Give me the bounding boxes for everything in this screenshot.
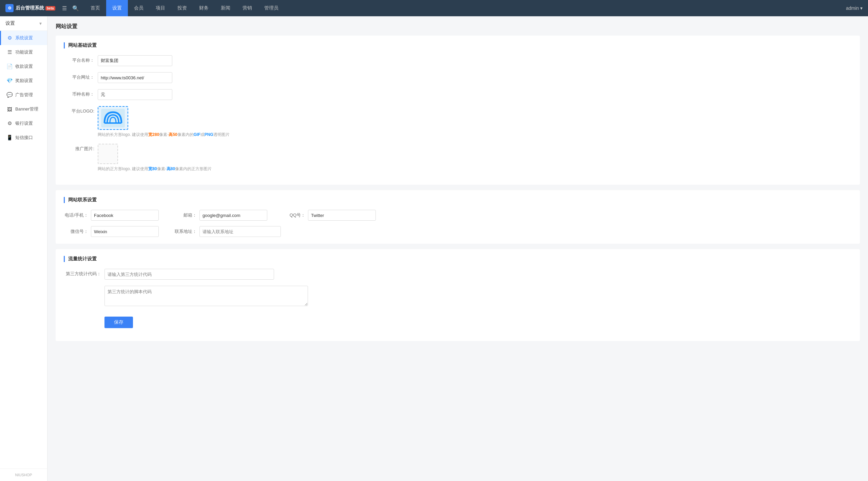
platform-url-row: 平台网址： (64, 72, 852, 83)
brand-logo: ⚙ 后台管理系统 beta (5, 4, 55, 12)
promo-image-field: 网站的正方形logo. 建议使用宽80像素-高80像素内的正方形图片 (98, 144, 212, 172)
sidebar-item-system-settings[interactable]: ⚙ 系统设置 (0, 31, 47, 45)
logo-preview (99, 108, 127, 128)
platform-logo-row: 平台LOGO: (64, 106, 852, 138)
banner-icon: 🖼 (6, 106, 13, 112)
promo-image-row: 推广图片: 网站的正方形logo. 建议使用宽80像素-高80像素内的正方形图片 (64, 144, 852, 172)
sidebar-label-bank: 银行设置 (15, 120, 33, 126)
sidebar-item-banner-management[interactable]: 🖼 Banner管理 (0, 102, 47, 116)
script-code-textarea[interactable] (104, 286, 308, 306)
platform-name-input[interactable] (98, 55, 172, 66)
sidebar-toggle-icon[interactable]: ▾ (39, 21, 42, 26)
phone-label: 电话/手机： (64, 212, 91, 218)
traffic-section-title: 流量统计设置 (64, 256, 852, 262)
top-navigation: ⚙ 后台管理系统 beta ☰ 🔍 首页 设置 会员 项目 投资 财务 新闻 营… (0, 0, 868, 16)
nav-icons: ☰ 🔍 (62, 5, 79, 12)
currency-name-field (98, 89, 172, 100)
third-party-code-field (104, 269, 852, 280)
brand-beta: beta (45, 6, 55, 11)
brand-name: 后台管理系统 (16, 5, 44, 11)
promo-image-label: 推广图片: (64, 144, 98, 152)
logo-upload-button[interactable] (98, 106, 128, 130)
platform-name-field (98, 55, 172, 66)
basic-settings-section: 网站基础设置 平台名称： 平台网址： 币种名称： (56, 36, 860, 185)
sidebar-item-function-settings[interactable]: ☰ 功能设置 (0, 45, 47, 59)
platform-name-label: 平台名称： (64, 55, 98, 63)
nav-marketing[interactable]: 营销 (236, 0, 258, 16)
save-button[interactable]: 保存 (104, 317, 133, 328)
user-label: admin ▾ (846, 5, 863, 11)
sidebar-label-banner: Banner管理 (15, 106, 38, 112)
nav-settings[interactable]: 设置 (106, 0, 128, 16)
nav-projects[interactable]: 项目 (150, 0, 171, 16)
sidebar: 设置 ▾ ⚙ 系统设置 ☰ 功能设置 📄 收款设置 💎 奖励设置 💬 广告管理 … (0, 16, 47, 481)
nav-admin[interactable]: 管理员 (258, 0, 285, 16)
promo-hint: 网站的正方形logo. 建议使用宽80像素-高80像素内的正方形图片 (98, 166, 212, 172)
phone-input[interactable] (91, 210, 159, 221)
main-content: 网站设置 网站基础设置 平台名称： 平台网址： 币种名称： (47, 16, 868, 481)
bank-icon: ⚙ (6, 120, 13, 126)
sidebar-label-ad: 广告管理 (15, 92, 33, 98)
third-party-code-row: 第三方统计代码： (64, 269, 852, 280)
ad-icon: 💬 (6, 92, 13, 98)
top-nav-menu: 首页 设置 会员 项目 投资 财务 新闻 营销 管理员 (84, 0, 846, 16)
contact-settings-section: 网站联系设置 电话/手机： 邮箱： QQ号： 微信号： (56, 190, 860, 244)
qq-label: QQ号： (281, 212, 308, 218)
currency-name-row: 币种名称： (64, 89, 852, 100)
wechat-label: 微信号： (64, 228, 91, 235)
sidebar-label-system: 系统设置 (15, 35, 33, 41)
address-label: 联系地址： (172, 228, 199, 235)
qq-input[interactable] (308, 210, 376, 221)
sidebar-item-bank-settings[interactable]: ⚙ 银行设置 (0, 116, 47, 131)
contact-row2: 微信号： 联系地址： (64, 226, 852, 237)
wechat-input[interactable] (91, 226, 159, 237)
contact-section-title: 网站联系设置 (64, 197, 852, 203)
platform-url-input[interactable] (98, 72, 172, 83)
nav-home[interactable]: 首页 (84, 0, 106, 16)
phone-item: 电话/手机： (64, 210, 159, 221)
platform-logo-label: 平台LOGO: (64, 106, 98, 114)
nav-members[interactable]: 会员 (128, 0, 150, 16)
sidebar-item-payment-settings[interactable]: 📄 收款设置 (0, 59, 47, 74)
promo-upload-button[interactable] (98, 144, 118, 164)
platform-url-label: 平台网址： (64, 72, 98, 80)
function-icon: ☰ (6, 49, 13, 55)
email-label: 邮箱： (172, 212, 199, 218)
third-party-code-label: 第三方统计代码： (64, 269, 104, 277)
third-party-code-input[interactable] (104, 269, 274, 280)
menu-icon[interactable]: ☰ (62, 5, 67, 12)
platform-logo-field: 网站的长方形logo. 建议使用宽280像素-高50像素内的GIF或PNG透明图… (98, 106, 230, 138)
sidebar-title: 设置 (5, 20, 15, 26)
nav-investment[interactable]: 投资 (171, 0, 193, 16)
qq-item: QQ号： (281, 210, 376, 221)
script-code-label (64, 286, 104, 288)
platform-name-row: 平台名称： (64, 55, 852, 66)
sidebar-label-reward: 奖励设置 (15, 78, 33, 84)
user-menu[interactable]: admin ▾ (846, 5, 863, 11)
email-input[interactable] (199, 210, 267, 221)
address-item: 联系地址： (172, 226, 281, 237)
sidebar-label-function: 功能设置 (15, 49, 33, 55)
wechat-item: 微信号： (64, 226, 159, 237)
logo-hint: 网站的长方形logo. 建议使用宽280像素-高50像素内的GIF或PNG透明图… (98, 132, 230, 138)
reward-icon: 💎 (6, 78, 13, 84)
search-icon[interactable]: 🔍 (72, 5, 79, 12)
script-code-row (64, 286, 852, 307)
sidebar-label-sms: 短信接口 (15, 135, 33, 141)
currency-name-input[interactable] (98, 89, 172, 100)
sidebar-bottom: NIUSHOP (0, 468, 47, 481)
address-input[interactable] (199, 226, 281, 237)
settings-icon: ⚙ (6, 35, 13, 41)
sidebar-item-reward-settings[interactable]: 💎 奖励设置 (0, 74, 47, 88)
brand-icon: ⚙ (5, 4, 14, 12)
sidebar-item-ad-management[interactable]: 💬 广告管理 (0, 88, 47, 102)
nav-news[interactable]: 新闻 (215, 0, 236, 16)
sidebar-item-sms-interface[interactable]: 📱 短信接口 (0, 131, 47, 145)
payment-icon: 📄 (6, 63, 13, 69)
script-code-field (104, 286, 852, 307)
currency-name-label: 币种名称： (64, 89, 98, 97)
page-title: 网站设置 (56, 23, 860, 30)
save-row: 保存 (64, 313, 852, 328)
nav-finance[interactable]: 财务 (193, 0, 215, 16)
sms-icon: 📱 (6, 135, 13, 141)
